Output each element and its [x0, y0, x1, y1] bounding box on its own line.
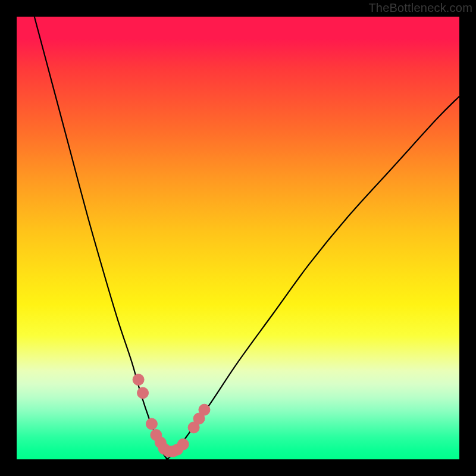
curve-marker — [146, 418, 157, 430]
curve-marker — [199, 404, 210, 415]
curve-layer — [17, 17, 459, 459]
plot-area — [17, 17, 459, 459]
curve-marker — [133, 374, 144, 386]
curve-marker — [137, 387, 149, 399]
watermark-text: TheBottleneck.com — [368, 1, 472, 15]
curve-marker — [177, 439, 189, 450]
chart-frame: TheBottleneck.com — [0, 0, 476, 476]
curve-right-branch — [167, 96, 459, 459]
curve-markers — [133, 374, 210, 458]
